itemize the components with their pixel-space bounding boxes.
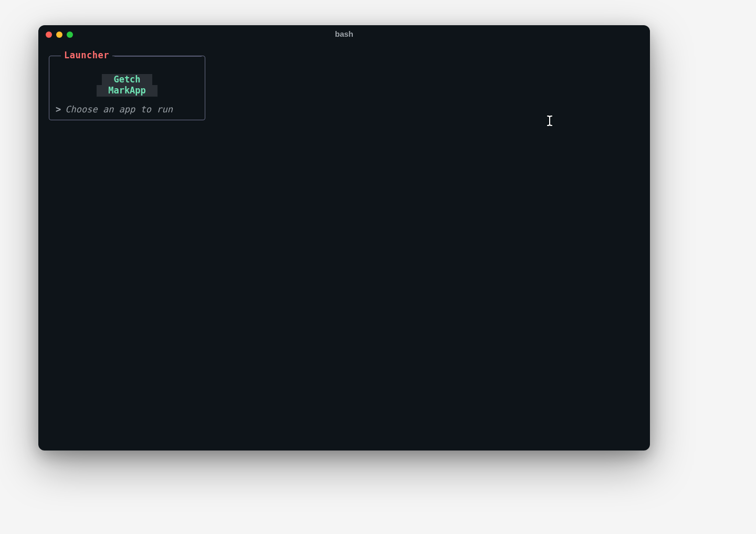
launcher-items: Getch MarkApp: [56, 74, 198, 97]
launcher-panel: Launcher Getch MarkApp > Choose an app t…: [49, 56, 205, 120]
title-bar: bash: [38, 25, 650, 41]
launcher-item-label: MarkApp: [108, 85, 146, 96]
prompt-hint: Choose an app to run: [65, 104, 173, 114]
window-title: bash: [38, 29, 650, 38]
launcher-title: Launcher: [61, 50, 112, 60]
launcher-prompt[interactable]: > Choose an app to run: [56, 104, 198, 114]
launcher-item-getch[interactable]: Getch: [102, 74, 152, 85]
launcher-title-rule: [114, 56, 202, 57]
launcher-item-markapp[interactable]: MarkApp: [97, 85, 158, 96]
prompt-caret-icon: >: [56, 104, 61, 114]
launcher-item-label: Getch: [113, 74, 140, 85]
terminal-body[interactable]: Launcher Getch MarkApp > Choose an app t…: [38, 41, 650, 125]
terminal-window: bash Launcher Getch MarkApp > Choose an …: [38, 25, 650, 451]
